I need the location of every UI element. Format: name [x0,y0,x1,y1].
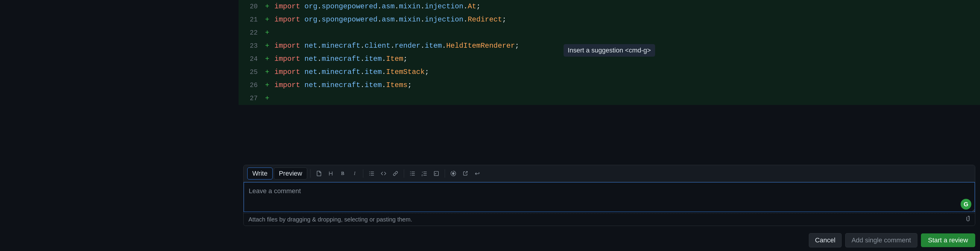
comment-textarea[interactable] [243,182,975,212]
diff-marker: + [262,39,272,52]
start-review-button[interactable]: Start a review [921,234,975,247]
diff-marker: + [262,26,272,39]
line-number: 23 [239,40,262,52]
file-icon[interactable] [313,168,324,179]
mention-icon[interactable] [448,168,459,179]
diff-marker: + [262,79,272,92]
diff-line: 22+ [239,26,980,39]
undo-icon[interactable]: ↩ [472,168,482,179]
line-number: 27 [239,92,262,105]
user-avatar: G [961,199,971,210]
comment-box: Write Preview B I [243,165,975,226]
bullet-list-icon[interactable] [407,168,418,179]
cancel-button[interactable]: Cancel [809,233,842,248]
diff-marker: + [262,13,272,26]
attach-text: Attach files by dragging & dropping, sel… [248,216,412,223]
diff-line: 23+import net.minecraft.client.render.it… [239,39,980,52]
heading-icon[interactable] [325,168,336,179]
diff-code: import net.minecraft.item.Item; [272,52,410,65]
diff-line: 26+import net.minecraft.item.Items; [239,79,980,92]
tab-write[interactable]: Write [247,168,273,180]
comment-section: Write Preview B I [239,165,980,251]
attach-bar: Attach files by dragging & dropping, sel… [243,213,975,226]
tab-preview[interactable]: Preview [274,168,307,180]
right-panel: 20+import org.spongepowered.asm.mixin.in… [239,0,980,251]
link-icon[interactable] [390,168,401,179]
diff-marker: + [262,52,272,65]
toolbar-separator [310,169,310,178]
toolbar-separator-2 [363,169,363,178]
diff-code: import net.minecraft.item.ItemStack; [272,65,431,79]
numbered-list-icon[interactable] [419,168,430,179]
diff-code: import net.minecraft.item.Items; [272,79,414,92]
diff-marker: + [262,0,272,13]
left-panel [0,0,239,251]
diff-line: 24+import net.minecraft.item.Item; [239,52,980,65]
diff-line: 20+import org.spongepowered.asm.mixin.in… [239,0,980,13]
diff-line: 25+import net.minecraft.item.ItemStack; [239,65,980,79]
code-section: 20+import org.spongepowered.asm.mixin.in… [239,0,980,165]
diff-code [272,97,277,100]
diff-marker: + [262,65,272,79]
italic-icon[interactable]: I [349,168,360,179]
task-list-icon[interactable] [431,168,442,179]
diff-code: import org.spongepowered.asm.mixin.injec… [272,13,509,26]
line-number: 20 [239,1,262,13]
line-number: 21 [239,14,262,26]
add-single-comment-button[interactable]: Add single comment [845,233,917,248]
comment-body: G [243,182,975,213]
cross-reference-icon[interactable] [460,168,471,179]
unordered-list-icon[interactable] [366,168,377,179]
comment-toolbar: Write Preview B I [243,165,975,182]
toolbar-separator-3 [404,169,404,178]
toolbar-separator-4 [445,169,445,178]
line-number: 26 [239,79,262,92]
line-number: 25 [239,66,262,78]
diff-code: import net.minecraft.client.render.item.… [272,39,522,52]
diff-code [272,32,277,34]
line-number: 24 [239,53,262,65]
line-number: 22 [239,27,262,39]
code-inline-icon[interactable] [378,168,389,179]
diff-line: 21+import org.spongepowered.asm.mixin.in… [239,13,980,26]
diff-line: 27+ [239,92,980,105]
bold-icon[interactable]: B [337,168,348,179]
diff-marker: + [262,92,272,105]
attach-icon [964,216,970,223]
diff-code: import org.spongepowered.asm.mixin.injec… [272,0,483,13]
action-bar: Cancel Add single comment Start a review [243,230,975,249]
diff-container: 20+import org.spongepowered.asm.mixin.in… [239,0,980,105]
